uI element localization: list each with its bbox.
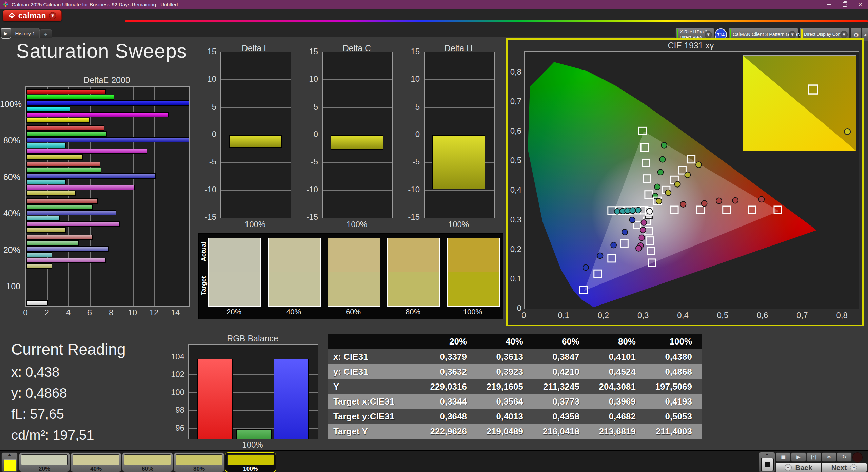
- cie-measured-marker-yellow: [656, 198, 662, 204]
- deltae-bar-blue: [26, 137, 190, 142]
- play-icon: ▶: [4, 31, 8, 36]
- deltae-bar-green: [26, 95, 114, 100]
- deltae-bar-red: [26, 235, 93, 240]
- back-button[interactable]: « Back: [776, 463, 821, 472]
- axis-tick: [25, 160, 26, 160]
- continuous-button[interactable]: ∞: [822, 452, 836, 462]
- table-header-cell: 100%: [645, 336, 701, 347]
- axis-tick-label: 10: [128, 308, 137, 317]
- stop-button[interactable]: ■: [776, 452, 791, 462]
- calman-menu-button[interactable]: calman ▼: [3, 10, 62, 21]
- delta-l-chart[interactable]: [220, 52, 291, 218]
- table-cell: y: CIE31: [328, 367, 419, 377]
- axis-tick-label: 12: [149, 308, 159, 317]
- deltae2000-x-axis: 02468101214: [25, 308, 195, 318]
- chevron-up-icon[interactable]: ▲: [759, 452, 775, 457]
- pattern-step-label: 80%: [174, 466, 224, 472]
- pattern-step-button-20%[interactable]: 20%: [19, 452, 70, 472]
- compare-swatch-80%: [387, 238, 440, 307]
- grid-line: [323, 162, 392, 163]
- minimize-button[interactable]: [821, 0, 837, 9]
- table-cell: 0,3648: [419, 411, 476, 422]
- delta-bar: [432, 135, 485, 189]
- cie-zoom-inset: [743, 55, 856, 151]
- swatch-step-label: 40%: [268, 308, 319, 316]
- axis-tick-label: 2: [42, 308, 52, 317]
- play-icon: ▶: [796, 454, 801, 460]
- current-color-control[interactable]: ▲: [1, 452, 18, 472]
- pattern-step-button-60%[interactable]: 60%: [122, 452, 173, 472]
- stop-measure-button[interactable]: [761, 458, 774, 471]
- rgb-bar-green: [236, 429, 272, 439]
- maximize-button[interactable]: [837, 0, 852, 9]
- axis-tick-label: 6: [85, 308, 94, 317]
- grid-line: [90, 87, 91, 306]
- toolbar: calman ▼ ▶ History 1 + X-Rite i1Pro 3 Di…: [0, 9, 868, 37]
- chevron-up-icon[interactable]: ▲: [2, 453, 17, 458]
- table-header-cell: 80%: [588, 336, 645, 347]
- grid-line: [112, 87, 112, 306]
- cie-measured-marker-green: [661, 142, 667, 148]
- pattern-step-button-80%[interactable]: 80%: [174, 452, 224, 472]
- table-row: Target y:CIE310,36480,40130,43580,46820,…: [328, 409, 702, 424]
- target-color: [269, 272, 320, 306]
- deltae-bar-cyan: [26, 143, 66, 148]
- play-button[interactable]: ▶: [791, 452, 806, 462]
- continuous-icon: ∞: [827, 454, 831, 460]
- add-tab-button[interactable]: +: [39, 29, 52, 38]
- deltae2000-chart[interactable]: [25, 86, 190, 307]
- grid-line: [221, 79, 291, 80]
- close-button[interactable]: ×: [852, 0, 868, 9]
- chevron-down-icon: ▼: [705, 31, 712, 38]
- pattern-step-button-100%[interactable]: 100%: [225, 452, 276, 472]
- delta-h-chart[interactable]: [424, 52, 495, 218]
- delta-c-chart[interactable]: [322, 52, 393, 218]
- axis-tick-label: 0,2: [596, 311, 611, 320]
- single-measure-button[interactable]: [·]: [806, 452, 821, 462]
- axis-tick-label: 0,7: [795, 311, 810, 320]
- axis-tick-label: -5: [199, 157, 216, 166]
- tab-history-1[interactable]: History 1: [11, 28, 40, 38]
- compare-swatch-40%: [268, 238, 321, 307]
- target-color: [448, 272, 499, 306]
- deltae-bar-green: [26, 204, 93, 210]
- axis-tick-label: 0,3: [636, 311, 651, 320]
- axis-tick-label: 15: [199, 47, 216, 56]
- cie-x-axis: 00,10,20,30,40,50,60,70,8: [524, 311, 858, 321]
- table-cell: 211,3245: [532, 381, 588, 392]
- axis-tick-label: 102: [168, 370, 184, 379]
- table-cell: 0,3613: [476, 352, 532, 362]
- table-cell: 197,5069: [645, 381, 701, 392]
- rgb-balance-x-label: 100%: [188, 440, 317, 450]
- swatch-step-label: 100%: [447, 308, 498, 316]
- axis-tick-label: -15: [199, 212, 216, 222]
- deltae-bar-green: [26, 240, 79, 246]
- next-button[interactable]: Next »: [822, 463, 867, 472]
- grid-line: [189, 357, 318, 357]
- bottom-pattern-bar: ▲ 20%40%60%80%100% ▲ ■▶[·]∞↻ « Back Next…: [0, 450, 868, 472]
- cie-measured-marker-red: [702, 200, 707, 206]
- axis-tick-label: 8: [106, 308, 116, 317]
- meter-name: X-Rite i1Pro 3: [680, 29, 707, 34]
- measure-stop-control[interactable]: ▲: [759, 452, 775, 472]
- tab-label: History 1: [15, 31, 35, 36]
- target-color: [388, 272, 439, 306]
- deltae-bar-green: [26, 168, 101, 173]
- deltae-bar-cyan: [26, 179, 66, 184]
- delta-c-x-label: 100%: [322, 220, 392, 229]
- axis-tick-label: 5: [300, 102, 318, 112]
- deltae-bar-cyan: [26, 106, 70, 112]
- axis-tick-label: 0: [402, 130, 420, 139]
- refresh-button[interactable]: ↻: [837, 452, 852, 462]
- pattern-step-button-40%[interactable]: 40%: [71, 452, 121, 472]
- session-play-button[interactable]: ▶: [1, 28, 11, 39]
- table-cell: 0,4193: [645, 396, 701, 407]
- axis-tick-label: 5: [199, 102, 216, 112]
- compare-swatch-60%: [328, 238, 380, 307]
- pattern-step-label: 100%: [225, 466, 276, 472]
- axis-tick-label: -10: [199, 185, 216, 194]
- axis-tick-label: -15: [300, 212, 318, 222]
- rgb-balance-chart[interactable]: [188, 344, 318, 439]
- cie-measured-marker-red: [680, 201, 686, 207]
- deltae-bar-red: [26, 89, 106, 94]
